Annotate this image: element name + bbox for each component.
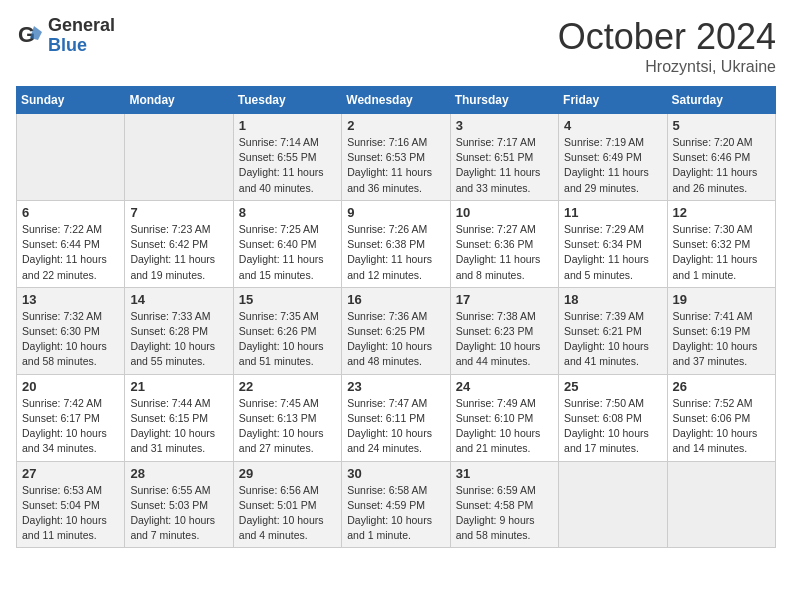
day-info: Sunrise: 7:47 AM Sunset: 6:11 PM Dayligh… [347,396,444,457]
day-number: 20 [22,379,119,394]
calendar-day-cell: 10Sunrise: 7:27 AM Sunset: 6:36 PM Dayli… [450,200,558,287]
calendar-day-cell: 7Sunrise: 7:23 AM Sunset: 6:42 PM Daylig… [125,200,233,287]
calendar-day-cell [559,461,667,548]
calendar-day-cell: 22Sunrise: 7:45 AM Sunset: 6:13 PM Dayli… [233,374,341,461]
weekday-header: Monday [125,87,233,114]
title-area: October 2024 Hrozyntsi, Ukraine [558,16,776,76]
logo-icon: G [16,22,44,50]
day-info: Sunrise: 7:19 AM Sunset: 6:49 PM Dayligh… [564,135,661,196]
calendar-day-cell: 30Sunrise: 6:58 AM Sunset: 4:59 PM Dayli… [342,461,450,548]
logo-text: General Blue [48,16,115,56]
calendar-header-row: SundayMondayTuesdayWednesdayThursdayFrid… [17,87,776,114]
day-number: 27 [22,466,119,481]
day-info: Sunrise: 7:20 AM Sunset: 6:46 PM Dayligh… [673,135,770,196]
day-info: Sunrise: 7:17 AM Sunset: 6:51 PM Dayligh… [456,135,553,196]
day-number: 19 [673,292,770,307]
day-number: 16 [347,292,444,307]
weekday-header: Saturday [667,87,775,114]
calendar-day-cell: 29Sunrise: 6:56 AM Sunset: 5:01 PM Dayli… [233,461,341,548]
calendar-day-cell: 16Sunrise: 7:36 AM Sunset: 6:25 PM Dayli… [342,287,450,374]
day-number: 26 [673,379,770,394]
day-number: 29 [239,466,336,481]
day-number: 13 [22,292,119,307]
calendar-day-cell: 11Sunrise: 7:29 AM Sunset: 6:34 PM Dayli… [559,200,667,287]
day-info: Sunrise: 7:42 AM Sunset: 6:17 PM Dayligh… [22,396,119,457]
calendar-day-cell: 9Sunrise: 7:26 AM Sunset: 6:38 PM Daylig… [342,200,450,287]
calendar-day-cell: 20Sunrise: 7:42 AM Sunset: 6:17 PM Dayli… [17,374,125,461]
day-info: Sunrise: 7:22 AM Sunset: 6:44 PM Dayligh… [22,222,119,283]
day-info: Sunrise: 7:38 AM Sunset: 6:23 PM Dayligh… [456,309,553,370]
day-info: Sunrise: 7:49 AM Sunset: 6:10 PM Dayligh… [456,396,553,457]
day-number: 3 [456,118,553,133]
day-info: Sunrise: 7:41 AM Sunset: 6:19 PM Dayligh… [673,309,770,370]
calendar-day-cell: 26Sunrise: 7:52 AM Sunset: 6:06 PM Dayli… [667,374,775,461]
day-number: 31 [456,466,553,481]
day-info: Sunrise: 7:39 AM Sunset: 6:21 PM Dayligh… [564,309,661,370]
calendar-day-cell: 23Sunrise: 7:47 AM Sunset: 6:11 PM Dayli… [342,374,450,461]
weekday-header: Tuesday [233,87,341,114]
day-number: 15 [239,292,336,307]
day-number: 11 [564,205,661,220]
day-info: Sunrise: 7:16 AM Sunset: 6:53 PM Dayligh… [347,135,444,196]
day-number: 30 [347,466,444,481]
day-number: 12 [673,205,770,220]
calendar-day-cell: 12Sunrise: 7:30 AM Sunset: 6:32 PM Dayli… [667,200,775,287]
month-title: October 2024 [558,16,776,58]
day-info: Sunrise: 7:36 AM Sunset: 6:25 PM Dayligh… [347,309,444,370]
weekday-header: Thursday [450,87,558,114]
day-info: Sunrise: 7:52 AM Sunset: 6:06 PM Dayligh… [673,396,770,457]
day-number: 1 [239,118,336,133]
day-info: Sunrise: 6:58 AM Sunset: 4:59 PM Dayligh… [347,483,444,544]
day-info: Sunrise: 7:27 AM Sunset: 6:36 PM Dayligh… [456,222,553,283]
day-info: Sunrise: 7:30 AM Sunset: 6:32 PM Dayligh… [673,222,770,283]
calendar-day-cell [667,461,775,548]
calendar-day-cell: 25Sunrise: 7:50 AM Sunset: 6:08 PM Dayli… [559,374,667,461]
calendar-day-cell: 27Sunrise: 6:53 AM Sunset: 5:04 PM Dayli… [17,461,125,548]
day-number: 21 [130,379,227,394]
day-number: 25 [564,379,661,394]
day-info: Sunrise: 7:44 AM Sunset: 6:15 PM Dayligh… [130,396,227,457]
day-number: 7 [130,205,227,220]
day-number: 22 [239,379,336,394]
day-number: 17 [456,292,553,307]
day-number: 18 [564,292,661,307]
day-number: 23 [347,379,444,394]
calendar-day-cell: 21Sunrise: 7:44 AM Sunset: 6:15 PM Dayli… [125,374,233,461]
day-number: 6 [22,205,119,220]
calendar-day-cell: 15Sunrise: 7:35 AM Sunset: 6:26 PM Dayli… [233,287,341,374]
calendar-day-cell: 17Sunrise: 7:38 AM Sunset: 6:23 PM Dayli… [450,287,558,374]
page-header: G General Blue October 2024 Hrozyntsi, U… [16,16,776,76]
day-info: Sunrise: 7:35 AM Sunset: 6:26 PM Dayligh… [239,309,336,370]
day-number: 8 [239,205,336,220]
day-info: Sunrise: 7:32 AM Sunset: 6:30 PM Dayligh… [22,309,119,370]
day-number: 14 [130,292,227,307]
day-number: 2 [347,118,444,133]
calendar-day-cell: 31Sunrise: 6:59 AM Sunset: 4:58 PM Dayli… [450,461,558,548]
day-info: Sunrise: 7:29 AM Sunset: 6:34 PM Dayligh… [564,222,661,283]
calendar-day-cell: 24Sunrise: 7:49 AM Sunset: 6:10 PM Dayli… [450,374,558,461]
calendar-day-cell: 6Sunrise: 7:22 AM Sunset: 6:44 PM Daylig… [17,200,125,287]
calendar-day-cell [125,114,233,201]
day-info: Sunrise: 6:55 AM Sunset: 5:03 PM Dayligh… [130,483,227,544]
day-info: Sunrise: 7:14 AM Sunset: 6:55 PM Dayligh… [239,135,336,196]
day-number: 9 [347,205,444,220]
day-info: Sunrise: 7:45 AM Sunset: 6:13 PM Dayligh… [239,396,336,457]
calendar-day-cell [17,114,125,201]
calendar-day-cell: 19Sunrise: 7:41 AM Sunset: 6:19 PM Dayli… [667,287,775,374]
calendar-day-cell: 18Sunrise: 7:39 AM Sunset: 6:21 PM Dayli… [559,287,667,374]
day-info: Sunrise: 7:33 AM Sunset: 6:28 PM Dayligh… [130,309,227,370]
weekday-header: Wednesday [342,87,450,114]
calendar-week-row: 13Sunrise: 7:32 AM Sunset: 6:30 PM Dayli… [17,287,776,374]
day-info: Sunrise: 6:53 AM Sunset: 5:04 PM Dayligh… [22,483,119,544]
day-info: Sunrise: 7:23 AM Sunset: 6:42 PM Dayligh… [130,222,227,283]
day-number: 5 [673,118,770,133]
calendar-day-cell: 3Sunrise: 7:17 AM Sunset: 6:51 PM Daylig… [450,114,558,201]
day-number: 28 [130,466,227,481]
day-number: 4 [564,118,661,133]
calendar-day-cell: 4Sunrise: 7:19 AM Sunset: 6:49 PM Daylig… [559,114,667,201]
day-number: 24 [456,379,553,394]
calendar-day-cell: 28Sunrise: 6:55 AM Sunset: 5:03 PM Dayli… [125,461,233,548]
calendar-table: SundayMondayTuesdayWednesdayThursdayFrid… [16,86,776,548]
calendar-day-cell: 14Sunrise: 7:33 AM Sunset: 6:28 PM Dayli… [125,287,233,374]
calendar-day-cell: 5Sunrise: 7:20 AM Sunset: 6:46 PM Daylig… [667,114,775,201]
